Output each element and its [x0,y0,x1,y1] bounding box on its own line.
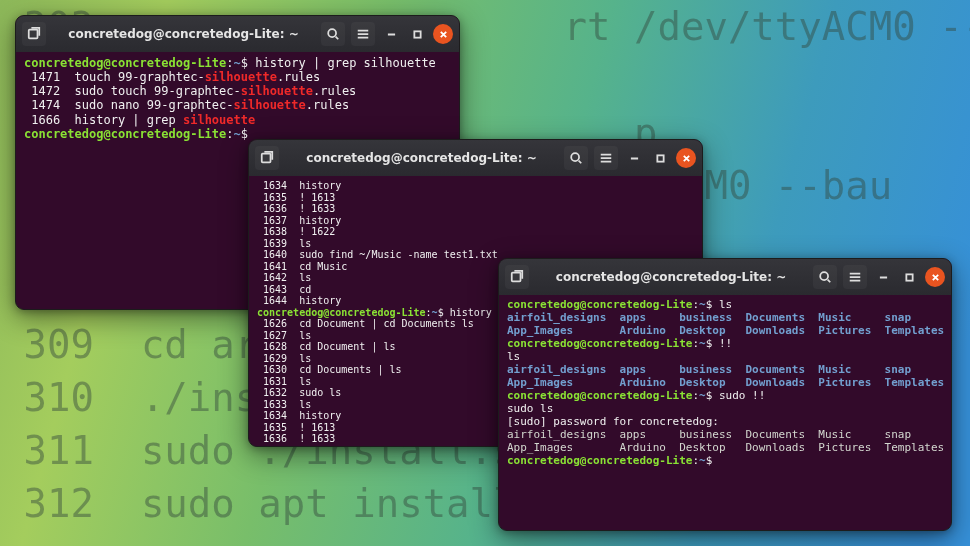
minimize-icon[interactable] [624,148,644,168]
svg-point-4 [571,153,579,161]
newtab-icon[interactable] [255,146,279,170]
minimize-icon[interactable] [381,24,401,44]
terminal-window-3[interactable]: concretedog@concretedog-Lite: ~ concrete… [498,258,952,531]
search-icon[interactable] [321,22,345,46]
terminal-body[interactable]: concretedog@concretedog-Lite:~$ ls airfo… [499,295,951,530]
svg-rect-3 [262,154,271,163]
svg-point-1 [328,29,336,37]
svg-rect-0 [29,30,38,39]
close-icon[interactable] [676,148,696,168]
close-icon[interactable] [433,24,453,44]
titlebar[interactable]: concretedog@concretedog-Lite: ~ [16,16,459,52]
hamburger-icon[interactable] [843,265,867,289]
newtab-icon[interactable] [505,265,529,289]
close-icon[interactable] [925,267,945,287]
maximize-icon[interactable] [650,148,670,168]
svg-rect-6 [512,273,521,282]
svg-point-7 [820,272,828,280]
maximize-icon[interactable] [407,24,427,44]
hamburger-icon[interactable] [351,22,375,46]
svg-rect-8 [906,274,912,280]
svg-rect-5 [657,155,663,161]
search-icon[interactable] [813,265,837,289]
minimize-icon[interactable] [873,267,893,287]
svg-rect-2 [414,31,420,37]
window-title: concretedog@concretedog-Lite: ~ [535,270,807,284]
window-title: concretedog@concretedog-Lite: ~ [285,151,558,165]
hamburger-icon[interactable] [594,146,618,170]
maximize-icon[interactable] [899,267,919,287]
search-icon[interactable] [564,146,588,170]
window-title: concretedog@concretedog-Lite: ~ [52,27,315,41]
titlebar[interactable]: concretedog@concretedog-Lite: ~ [249,140,702,176]
newtab-icon[interactable] [22,22,46,46]
titlebar[interactable]: concretedog@concretedog-Lite: ~ [499,259,951,295]
